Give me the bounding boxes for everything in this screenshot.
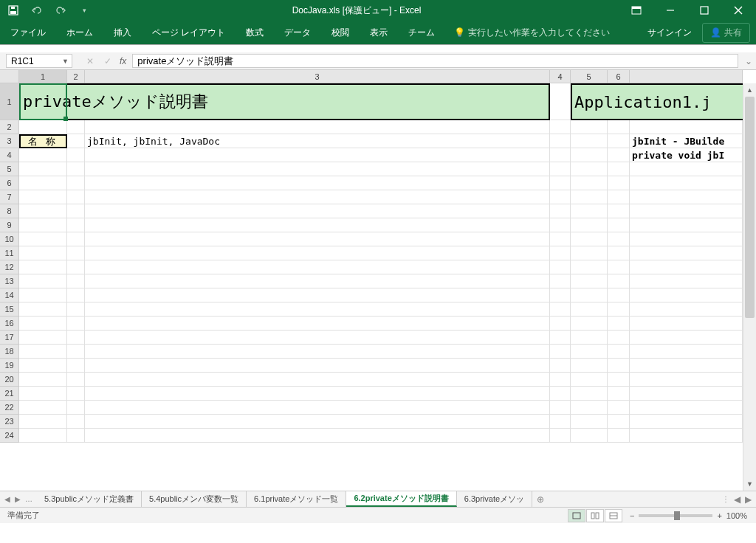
cell[interactable] xyxy=(571,120,608,134)
cell[interactable] xyxy=(630,218,743,232)
cell[interactable] xyxy=(630,345,743,359)
tab-nav-prev-icon[interactable]: ◀ xyxy=(4,495,10,503)
cell[interactable] xyxy=(630,204,743,218)
tab-formulas[interactable]: 数式 xyxy=(236,21,274,44)
cell[interactable] xyxy=(67,120,85,134)
cell[interactable] xyxy=(550,190,571,204)
scrollbar-thumb[interactable] xyxy=(745,97,755,318)
cell[interactable] xyxy=(85,176,550,190)
expand-formula-icon[interactable]: ⌄ xyxy=(741,52,756,69)
tab-page-layout[interactable]: ページ レイアウト xyxy=(142,21,236,44)
row-header[interactable]: 5 xyxy=(0,162,19,176)
cell[interactable] xyxy=(550,288,571,302)
cell[interactable] xyxy=(67,345,85,359)
cell[interactable]: jbInit, jbInit, JavaDoc xyxy=(85,134,550,148)
tab-insert[interactable]: 挿入 xyxy=(103,21,142,44)
cell[interactable] xyxy=(630,162,743,176)
add-sheet-icon[interactable]: ⊕ xyxy=(532,491,549,507)
view-page-layout-icon[interactable] xyxy=(586,509,604,522)
cell[interactable] xyxy=(571,274,608,288)
cell[interactable] xyxy=(19,415,67,429)
cell[interactable]: 名 称 xyxy=(19,134,67,148)
cell[interactable] xyxy=(550,218,571,232)
cell[interactable] xyxy=(630,317,743,331)
cell[interactable] xyxy=(630,401,743,415)
cell[interactable] xyxy=(67,176,85,190)
cell[interactable] xyxy=(67,162,85,176)
cell[interactable] xyxy=(19,331,67,345)
tab-team[interactable]: チーム xyxy=(398,21,445,44)
cell[interactable] xyxy=(608,317,630,331)
cell[interactable] xyxy=(550,429,571,443)
tab-nav-more-icon[interactable]: … xyxy=(25,495,32,503)
cell[interactable] xyxy=(608,387,630,401)
cell[interactable] xyxy=(85,302,550,317)
cell[interactable] xyxy=(19,288,67,302)
share-button[interactable]: 👤 共有 xyxy=(702,23,750,43)
cell[interactable]: private void jbI xyxy=(630,148,743,162)
cell[interactable] xyxy=(19,401,67,415)
row-header[interactable]: 7 xyxy=(0,190,19,204)
cell[interactable] xyxy=(550,387,571,401)
qat-customize-icon[interactable]: ▾ xyxy=(75,1,93,19)
cell[interactable] xyxy=(550,134,571,148)
col-header[interactable]: 4 xyxy=(550,70,571,83)
cell[interactable] xyxy=(550,120,571,134)
formula-input[interactable]: privateメソッド説明書 xyxy=(132,54,738,68)
tab-file[interactable]: ファイル xyxy=(0,21,56,44)
cell[interactable] xyxy=(67,204,85,218)
maximize-icon[interactable] xyxy=(688,0,721,21)
row-header[interactable]: 19 xyxy=(0,359,19,373)
cell[interactable] xyxy=(67,232,85,246)
sheet-tab-active[interactable]: 6.2privateメソッド説明書 xyxy=(346,491,456,507)
tab-data[interactable]: データ xyxy=(274,21,321,44)
zoom-thumb[interactable] xyxy=(674,511,680,520)
cell[interactable] xyxy=(19,190,67,204)
row-header[interactable]: 3 xyxy=(0,134,19,148)
tell-me-search[interactable]: 💡 実行したい作業を入力してください xyxy=(454,27,610,39)
view-page-break-icon[interactable] xyxy=(605,509,622,522)
cell[interactable] xyxy=(608,176,630,190)
cell[interactable] xyxy=(630,260,743,274)
row-header[interactable]: 9 xyxy=(0,218,19,232)
cell[interactable] xyxy=(85,148,550,162)
row-header[interactable]: 15 xyxy=(0,302,19,317)
name-box[interactable]: R1C1 ▼ xyxy=(6,54,72,68)
cell[interactable] xyxy=(67,288,85,302)
cell[interactable] xyxy=(608,148,630,162)
confirm-icon[interactable]: ✓ xyxy=(99,52,117,69)
save-icon[interactable] xyxy=(4,1,22,19)
cell[interactable] xyxy=(608,373,630,387)
scroll-down-icon[interactable]: ▼ xyxy=(743,477,756,491)
cell[interactable] xyxy=(85,387,550,401)
undo-icon[interactable] xyxy=(28,1,46,19)
cell[interactable] xyxy=(630,274,743,288)
row-header[interactable]: 22 xyxy=(0,401,19,415)
cell[interactable] xyxy=(571,387,608,401)
col-header[interactable]: 6 xyxy=(608,70,630,83)
col-header[interactable]: 5 xyxy=(571,70,608,83)
cell[interactable] xyxy=(550,331,571,345)
cell[interactable] xyxy=(19,317,67,331)
cell[interactable] xyxy=(571,331,608,345)
cell[interactable] xyxy=(608,204,630,218)
cell[interactable] xyxy=(85,288,550,302)
cell[interactable] xyxy=(19,148,67,162)
cell[interactable] xyxy=(571,148,608,162)
cell[interactable] xyxy=(85,190,550,204)
cell[interactable] xyxy=(608,120,630,134)
cell[interactable] xyxy=(67,429,85,443)
row-header[interactable]: 12 xyxy=(0,260,19,274)
cell[interactable] xyxy=(571,288,608,302)
chevron-down-icon[interactable]: ▼ xyxy=(62,58,69,65)
vertical-scrollbar[interactable]: ▲ ▼ xyxy=(743,83,756,491)
cell[interactable] xyxy=(630,373,743,387)
cell[interactable] xyxy=(571,246,608,260)
cell[interactable] xyxy=(19,218,67,232)
minimize-icon[interactable] xyxy=(654,0,687,21)
cell[interactable] xyxy=(550,345,571,359)
row-header[interactable]: 24 xyxy=(0,429,19,443)
cell[interactable] xyxy=(571,373,608,387)
cell[interactable] xyxy=(608,190,630,204)
cell[interactable] xyxy=(550,83,571,120)
